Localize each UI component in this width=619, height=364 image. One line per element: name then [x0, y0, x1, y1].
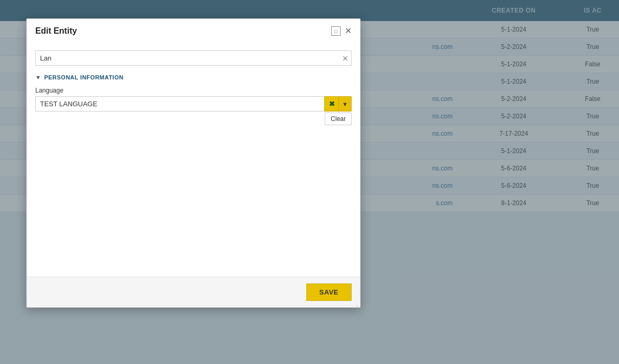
search-input[interactable]: [35, 50, 352, 66]
language-label: Language: [35, 87, 352, 94]
section-chevron-icon: ▼: [35, 74, 41, 80]
modal-header-controls: □ ✕: [331, 26, 352, 36]
section-personal-title: PERSONAL INFORMATION: [44, 74, 124, 80]
language-clear-x-button[interactable]: ✖: [324, 96, 339, 112]
maximize-button[interactable]: □: [331, 26, 341, 36]
modal-header: Edit Entity □ ✕: [27, 19, 360, 42]
language-input[interactable]: [35, 96, 324, 112]
language-field-group: Language ✖ ▼ Clear: [35, 87, 352, 112]
clear-tooltip[interactable]: Clear: [325, 113, 352, 125]
language-input-row: ✖ ▼ Clear: [35, 96, 352, 112]
modal-title: Edit Entity: [35, 26, 77, 36]
edit-entity-modal: Edit Entity □ ✕ ✕ ▼ PERSONAL INFORMATION…: [26, 18, 361, 308]
modal-footer: SAVE: [27, 277, 360, 307]
resize-handle[interactable]: ⌞: [354, 301, 360, 307]
save-button[interactable]: SAVE: [306, 284, 352, 301]
close-button[interactable]: ✕: [345, 27, 352, 35]
language-dropdown-button[interactable]: ▼: [339, 96, 352, 112]
modal-body: ✕ ▼ PERSONAL INFORMATION Language ✖ ▼ Cl…: [27, 42, 360, 277]
search-row: ✕: [35, 50, 352, 66]
search-clear-button[interactable]: ✕: [342, 55, 348, 62]
modal-overlay: Edit Entity □ ✕ ✕ ▼ PERSONAL INFORMATION…: [0, 0, 619, 364]
section-personal-header: ▼ PERSONAL INFORMATION: [35, 74, 352, 80]
